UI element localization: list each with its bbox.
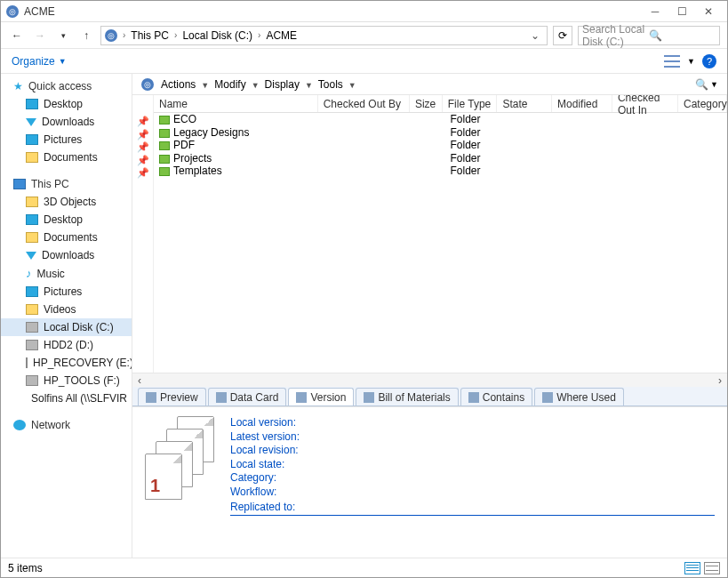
- version-field: Category:: [230, 471, 715, 486]
- tab-where used[interactable]: Where Used: [534, 388, 624, 405]
- tab-contains[interactable]: Contains: [460, 388, 532, 405]
- sidebar-item[interactable]: Downloads: [1, 246, 132, 264]
- tab-label: Preview: [160, 391, 198, 404]
- large-icons-view-button[interactable]: [704, 562, 720, 574]
- sidebar-label: Network: [31, 419, 70, 431]
- file-type: Folder: [444, 113, 500, 125]
- column-header[interactable]: Modified: [552, 95, 612, 112]
- sidebar-network[interactable]: Network: [1, 416, 132, 434]
- close-button[interactable]: ✕: [695, 3, 722, 20]
- folder-icon: [159, 167, 170, 176]
- pdm-menu-modify[interactable]: Modify: [211, 78, 249, 91]
- file-row[interactable]: Projects Folder: [154, 152, 727, 165]
- sidebar-item[interactable]: Local Disk (C:): [1, 318, 132, 336]
- sidebar-item[interactable]: Desktop: [1, 211, 132, 229]
- scroll-left-icon[interactable]: ‹: [132, 374, 147, 387]
- column-header[interactable]: Checked Out In: [612, 95, 678, 112]
- forward-button[interactable]: →: [31, 27, 49, 44]
- sidebar-item[interactable]: Documents: [1, 229, 132, 246]
- help-button[interactable]: ?: [702, 54, 716, 68]
- pdm-menu-tools[interactable]: Tools: [315, 78, 347, 91]
- sidebar-item[interactable]: 3D Objects: [1, 193, 132, 211]
- breadcrumb-item[interactable]: Local Disk (C:): [179, 29, 256, 42]
- horizontal-scrollbar[interactable]: ‹ ›: [132, 373, 727, 387]
- folder-icon: [159, 141, 170, 150]
- caret-down-icon[interactable]: ▼: [687, 57, 695, 66]
- sidebar-item[interactable]: Videos: [1, 301, 132, 318]
- sidebar-item-label: Documents: [44, 151, 98, 164]
- pc-icon: [13, 179, 26, 189]
- pin-icon[interactable]: 📌: [137, 154, 149, 167]
- drive-icon: [26, 322, 38, 333]
- refresh-button[interactable]: ⟳: [553, 26, 572, 45]
- file-row[interactable]: Templates Folder: [154, 165, 727, 178]
- pdm-menu-display[interactable]: Display: [261, 78, 303, 91]
- sidebar-item-label: Documents: [44, 231, 98, 244]
- tab-label: Contains: [483, 391, 524, 404]
- sidebar-item-label: Desktop: [44, 98, 83, 110]
- tab-bill of materials[interactable]: Bill of Materials: [356, 388, 458, 405]
- sidebar-item[interactable]: Documents: [1, 149, 132, 166]
- sidebar-quick-access[interactable]: ★ Quick access: [1, 77, 132, 95]
- pin-icon[interactable]: 📌: [137, 166, 149, 180]
- tab-version[interactable]: Version: [288, 388, 354, 405]
- pin-icon[interactable]: 📌: [137, 128, 149, 141]
- details-view-button[interactable]: [684, 562, 700, 574]
- pdm-menu-actions[interactable]: Actions: [157, 78, 199, 91]
- file-type: Folder: [444, 152, 500, 165]
- back-button[interactable]: ←: [8, 27, 26, 44]
- scroll-right-icon[interactable]: ›: [713, 374, 727, 387]
- tab-label: Bill of Materials: [378, 391, 450, 404]
- folder-icon: [26, 197, 38, 207]
- column-header[interactable]: File Type: [443, 95, 498, 112]
- column-header[interactable]: State: [497, 95, 552, 112]
- sidebar-item[interactable]: ♪Music: [1, 264, 132, 283]
- version-field: Local state:: [230, 458, 715, 472]
- breadcrumb-item[interactable]: ACME: [262, 29, 300, 42]
- sidebar-item[interactable]: Desktop: [1, 95, 132, 113]
- file-row[interactable]: PDF Folder: [154, 139, 727, 152]
- sidebar-item[interactable]: Solfins All (\\SLFVIR: [1, 389, 132, 407]
- minimize-button[interactable]: ─: [642, 3, 668, 20]
- column-header[interactable]: Checked Out By: [318, 95, 410, 112]
- file-name: Legacy Designs: [173, 126, 249, 139]
- sidebar-item[interactable]: Pictures: [1, 283, 132, 301]
- folder-icon: [26, 152, 38, 163]
- file-list-header[interactable]: NameChecked Out BySizeFile TypeStateModi…: [154, 95, 727, 113]
- tab-icon: [216, 392, 227, 403]
- breadcrumb-dropdown[interactable]: ⌄: [527, 29, 543, 42]
- sidebar-item[interactable]: HP_TOOLS (F:): [1, 372, 132, 389]
- sidebar-item[interactable]: Pictures: [1, 131, 132, 149]
- breadcrumb[interactable]: ◎ › This PC › Local Disk (C:) › ACME ⌄: [100, 26, 548, 45]
- drive-icon: [26, 340, 38, 350]
- sidebar-this-pc[interactable]: This PC: [1, 175, 132, 193]
- up-button[interactable]: ↑: [77, 27, 95, 44]
- pdm-toolbar: ◎ Actions▼Modify▼Display▼Tools▼ 🔍▼: [132, 74, 727, 95]
- pin-icon[interactable]: 📌: [137, 115, 149, 128]
- sidebar-item-label: Desktop: [44, 213, 83, 226]
- folder-icon: [159, 155, 170, 164]
- maximize-button[interactable]: ☐: [668, 3, 695, 20]
- zoom-button[interactable]: 🔍▼: [695, 78, 718, 91]
- tab-icon: [146, 392, 156, 403]
- sidebar-item[interactable]: HDD2 (D:): [1, 336, 132, 354]
- sidebar-item[interactable]: Downloads: [1, 113, 132, 131]
- column-header[interactable]: Name: [154, 95, 318, 112]
- recent-dropdown[interactable]: ▾: [54, 27, 72, 44]
- search-input[interactable]: Search Local Disk (C:) 🔍: [578, 26, 720, 45]
- sidebar-item-label: Pictures: [44, 285, 82, 298]
- organize-menu[interactable]: Organize ▼: [12, 55, 67, 68]
- breadcrumb-item[interactable]: This PC: [127, 29, 172, 42]
- pin-icon[interactable]: 📌: [137, 140, 149, 154]
- tab-data card[interactable]: Data Card: [208, 388, 287, 405]
- view-options-button[interactable]: [664, 55, 680, 68]
- version-field: Local revision:: [230, 444, 715, 458]
- sidebar-item[interactable]: HP_RECOVERY (E:): [1, 354, 132, 372]
- breadcrumb-root-icon: ◎: [105, 29, 117, 42]
- file-row[interactable]: Legacy Designs Folder: [154, 126, 727, 140]
- desktop-icon: [26, 99, 38, 109]
- star-icon: ★: [13, 80, 23, 92]
- tab-preview[interactable]: Preview: [138, 388, 206, 405]
- column-header[interactable]: Size: [410, 95, 443, 112]
- column-header[interactable]: Category: [678, 95, 727, 112]
